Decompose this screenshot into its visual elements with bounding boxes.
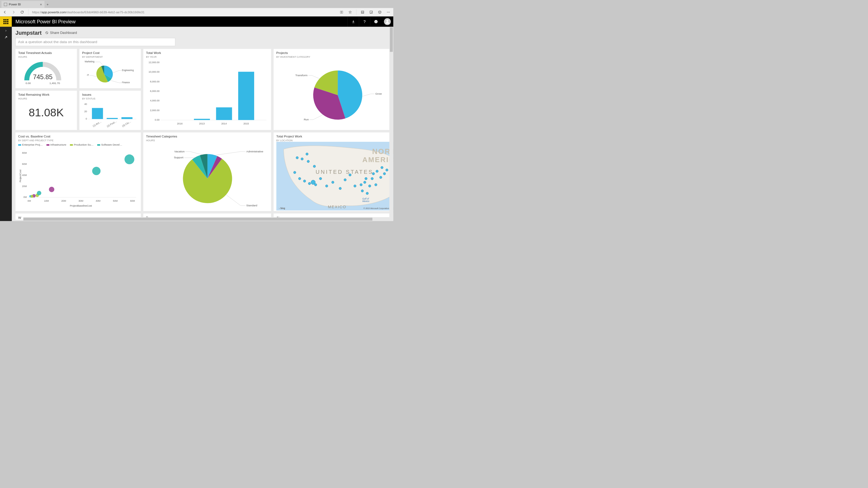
svg-point-117 [332,181,334,184]
svg-line-25 [92,75,96,77]
tile-cost-vs-baseline[interactable]: Cost vs. Baseline Cost BY DEPT AND PROJE… [16,132,141,211]
reading-view-icon[interactable] [339,10,344,14]
svg-point-79 [30,195,33,198]
svg-text:50M: 50M [113,199,118,202]
svg-text:40: 40 [84,103,87,105]
svg-text:IT: IT [87,74,89,76]
tile-remaining-work[interactable]: Total Remaining Work HOURS 81.08K [16,91,77,130]
horizontal-scrollbar[interactable] [23,217,393,221]
more-icon[interactable] [386,10,391,14]
svg-point-107 [307,160,310,163]
svg-point-115 [319,177,322,180]
tab-close-icon[interactable]: × [40,2,42,6]
svg-point-127 [371,177,373,180]
help-button[interactable]: ? [359,17,370,27]
svg-rect-0 [361,11,364,13]
webnote-icon[interactable] [369,10,373,14]
tile-project-work-location[interactable]: Total Project Work BY LOCATION NORTH AME… [274,132,393,211]
svg-text:20M: 20M [61,199,66,202]
send-smile-button[interactable] [370,17,382,27]
forward-button[interactable] [11,10,16,14]
svg-point-116 [326,185,328,187]
new-tab-button[interactable]: + [44,1,51,8]
bar-chart: 40 20 0 (1) Act… (2) Post… (3) Clo… [82,100,138,128]
svg-text:12,000.00: 12,000.00 [149,61,159,64]
waffle-icon [3,19,8,24]
legend: Enterprise Proj… Infrastructure Producti… [18,143,138,147]
svg-text:Transform: Transform [296,74,308,77]
svg-text:0M: 0M [28,199,31,202]
app-launcher-button[interactable] [0,17,12,27]
svg-point-118 [339,187,341,190]
share-dashboard-button[interactable]: Share Dashboard [45,31,77,35]
dashboard-title: Jumpstart [16,30,41,36]
tile-total-work[interactable]: Total Work BY YEAR 12,000.00 10,000.00 8… [143,49,271,130]
share-icon [45,31,49,35]
browser-tab[interactable]: Power BI × [1,1,44,8]
browser-tab-bar: Power BI × + [0,0,393,8]
svg-point-120 [349,174,351,176]
refresh-button[interactable] [20,10,24,14]
svg-text:2014: 2014 [221,122,227,125]
map-chart: NORTH AMERICA UNITED STATES MEXICO Gulf … [276,142,393,210]
svg-point-108 [313,165,315,167]
tile-projects[interactable]: Projects BY INVESTMENT CATEGORY Grow Run… [274,49,393,130]
back-button[interactable] [2,10,7,14]
svg-rect-32 [92,108,103,119]
svg-point-84 [124,155,134,164]
tile-timesheet-actuals[interactable]: Total Timesheet Actuals HOURS 745.85 0.0… [16,49,77,88]
svg-text:UNITED STATES: UNITED STATES [316,169,373,175]
scroll-thumb[interactable] [390,27,393,52]
scatter-chart: 80M 60M 40M 20M 0M ProjectCost 0M 10M 20… [18,147,138,208]
expand-rail-button[interactable] [4,29,8,33]
svg-point-10 [376,21,377,22]
qa-input[interactable]: Ask a question about the data on this da… [16,38,175,46]
svg-text:Grow: Grow [375,92,382,95]
svg-text:Support: Support [174,156,183,159]
svg-point-131 [383,172,386,175]
svg-text:Engineering: Engineering [122,69,133,72]
svg-text:2015: 2015 [243,122,249,125]
dashboard-canvas: Jumpstart Share Dashboard Ask a question… [12,27,393,221]
svg-point-82 [49,187,54,192]
remaining-work-value: 81.08K [18,106,74,119]
svg-line-16 [100,62,104,66]
pie-chart: Vacation Support Administrative Standard [146,142,269,210]
svg-point-11 [386,20,389,22]
user-avatar[interactable] [384,18,391,25]
hub-icon[interactable] [360,10,365,14]
svg-text:AMERICA: AMERICA [362,156,393,164]
vertical-scrollbar[interactable] [389,27,393,217]
svg-text:60M: 60M [22,163,27,165]
address-bar[interactable]: https://app.powerbi.com/dashboards/63dd4… [32,10,335,14]
svg-rect-34 [122,117,133,119]
svg-text:2013: 2013 [199,122,205,125]
svg-text:Mexico: Mexico [362,200,369,202]
tile-project-cost[interactable]: Project Cost BY DEPARTMENT Marketing Eng… [80,49,141,88]
svg-point-109 [293,171,296,174]
svg-point-119 [344,178,346,181]
svg-line-19 [113,70,119,73]
qa-placeholder: Ask a question about the data on this da… [18,40,97,44]
svg-text:Vacation: Vacation [175,150,185,153]
svg-point-135 [368,185,371,187]
tile-timesheet-categories[interactable]: Timesheet Categories HOURS Vacation Supp… [143,132,271,211]
app-header: Microsoft Power BI Preview ? [0,17,393,27]
gauge-chart: 745.85 0.00 1,491.70 [18,58,74,86]
svg-text:Standard: Standard [246,204,257,207]
svg-text:80M: 80M [22,152,27,154]
svg-text:© 2015 Microsoft Corporation  : © 2015 Microsoft Corporation © 2015 N [364,207,393,209]
svg-text:1,491.70: 1,491.70 [50,82,60,85]
favorite-icon[interactable] [348,10,352,14]
svg-text:20M: 20M [22,185,27,188]
download-button[interactable] [347,17,359,27]
scroll-thumb[interactable] [23,218,372,221]
feedback-icon[interactable] [377,10,382,14]
tile-issues[interactable]: Issues BY STATUS 40 20 0 (1) Act… (2) Po… [80,91,141,130]
svg-text:0.00: 0.00 [155,119,160,121]
bar-chart: 12,000.00 10,000.00 8,000.00 6,000.00 4,… [146,58,269,128]
svg-text:745.85: 745.85 [33,73,53,80]
share-rail-icon[interactable] [4,35,8,40]
svg-text:Administrative: Administrative [246,150,264,153]
svg-point-7 [389,12,390,12]
